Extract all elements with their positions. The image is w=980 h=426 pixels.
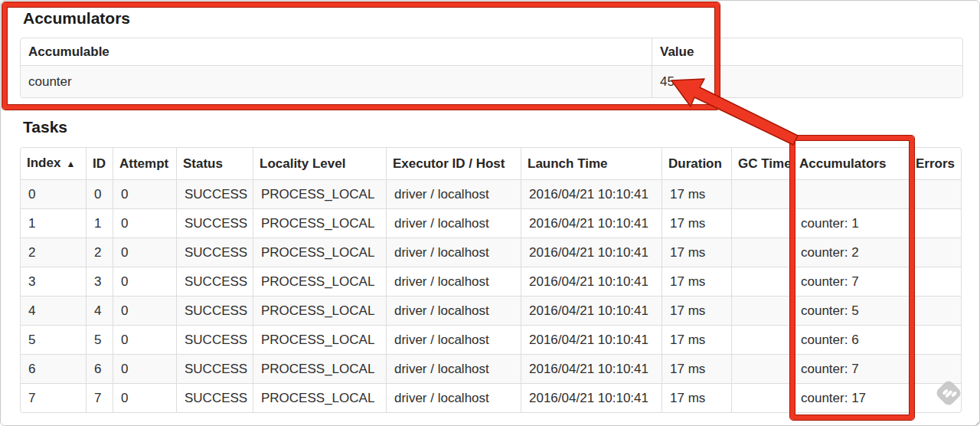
tasks-section-title: Tasks bbox=[23, 118, 67, 136]
cell-index: 6 bbox=[21, 354, 86, 383]
cell-accumulators bbox=[792, 179, 909, 208]
column-header-index[interactable]: Index▲ bbox=[21, 148, 86, 179]
cell-launch-time: 2016/04/21 10:10:41 bbox=[521, 179, 662, 208]
cell-status: SUCCESS bbox=[176, 179, 253, 208]
task-row: 4 4 0 SUCCESS PROCESS_LOCAL driver / loc… bbox=[21, 296, 961, 325]
cell-status: SUCCESS bbox=[176, 208, 253, 238]
cell-locality-level: PROCESS_LOCAL bbox=[253, 238, 386, 267]
cell-duration: 17 ms bbox=[662, 354, 731, 383]
cell-id: 7 bbox=[86, 383, 113, 412]
task-row: 2 2 0 SUCCESS PROCESS_LOCAL driver / loc… bbox=[21, 238, 961, 267]
cell-index: 1 bbox=[21, 208, 86, 238]
column-header-launch-time[interactable]: Launch Time bbox=[521, 148, 662, 179]
tasks-header-row: Index▲ ID Attempt Status Locality Level … bbox=[21, 148, 961, 179]
cell-accumulators: counter: 6 bbox=[792, 325, 909, 354]
cell-executor-id-host: driver / localhost bbox=[386, 238, 521, 267]
column-header-executor-id-host[interactable]: Executor ID / Host bbox=[386, 148, 521, 179]
cell-errors bbox=[909, 208, 961, 238]
cell-accumulators: counter: 7 bbox=[792, 354, 909, 383]
cell-index: 2 bbox=[21, 238, 86, 267]
cell-launch-time: 2016/04/21 10:10:41 bbox=[521, 238, 662, 267]
value-column-header: Value bbox=[652, 38, 962, 65]
column-header-errors[interactable]: Errors bbox=[909, 148, 961, 179]
accumulators-section-title: Accumulators bbox=[23, 9, 130, 28]
column-header-accumulators[interactable]: Accumulators bbox=[792, 148, 909, 179]
cell-duration: 17 ms bbox=[662, 179, 731, 208]
cell-attempt: 0 bbox=[113, 354, 176, 383]
cell-id: 2 bbox=[86, 238, 113, 267]
cell-id: 6 bbox=[86, 354, 113, 383]
column-header-gc-time[interactable]: GC Time bbox=[731, 148, 792, 179]
cell-attempt: 0 bbox=[113, 179, 176, 208]
cell-duration: 17 ms bbox=[662, 238, 731, 267]
cell-executor-id-host: driver / localhost bbox=[386, 296, 521, 325]
spark-stage-detail-page: Accumulators Accumulable Value counter 4… bbox=[0, 0, 980, 426]
sort-ascending-icon: ▲ bbox=[66, 159, 75, 169]
cell-gc-time bbox=[731, 267, 792, 296]
cell-accumulators: counter: 5 bbox=[792, 296, 909, 325]
cell-launch-time: 2016/04/21 10:10:41 bbox=[521, 267, 662, 296]
cell-attempt: 0 bbox=[113, 238, 176, 267]
cell-errors bbox=[909, 354, 961, 383]
cell-attempt: 0 bbox=[113, 383, 176, 412]
cell-accumulable-value: 45 bbox=[652, 65, 962, 97]
cell-index: 7 bbox=[21, 383, 86, 412]
cell-accumulators: counter: 1 bbox=[792, 208, 909, 238]
task-row: 5 5 0 SUCCESS PROCESS_LOCAL driver / loc… bbox=[21, 325, 961, 354]
cell-status: SUCCESS bbox=[176, 296, 253, 325]
cell-executor-id-host: driver / localhost bbox=[386, 325, 521, 354]
cell-launch-time: 2016/04/21 10:10:41 bbox=[521, 354, 662, 383]
cell-gc-time bbox=[731, 238, 792, 267]
cell-index: 5 bbox=[21, 325, 86, 354]
cell-gc-time bbox=[731, 296, 792, 325]
cell-locality-level: PROCESS_LOCAL bbox=[253, 325, 386, 354]
column-header-duration[interactable]: Duration bbox=[662, 148, 731, 179]
cell-launch-time: 2016/04/21 10:10:41 bbox=[521, 208, 662, 238]
cell-duration: 17 ms bbox=[662, 267, 731, 296]
column-header-status[interactable]: Status bbox=[176, 148, 253, 179]
cell-gc-time bbox=[731, 208, 792, 238]
cell-id: 3 bbox=[86, 267, 113, 296]
cell-accumulators: counter: 17 bbox=[792, 383, 909, 412]
cell-duration: 17 ms bbox=[662, 383, 731, 412]
cell-locality-level: PROCESS_LOCAL bbox=[253, 267, 386, 296]
cell-index: 0 bbox=[21, 179, 86, 208]
column-header-index-label: Index bbox=[27, 156, 60, 170]
cell-errors bbox=[909, 267, 961, 296]
cell-index: 4 bbox=[21, 296, 86, 325]
column-header-locality-level[interactable]: Locality Level bbox=[253, 148, 386, 179]
column-header-id[interactable]: ID bbox=[86, 148, 113, 179]
cell-gc-time bbox=[731, 383, 792, 412]
cell-status: SUCCESS bbox=[176, 383, 253, 412]
task-row: 7 7 0 SUCCESS PROCESS_LOCAL driver / loc… bbox=[21, 383, 961, 412]
cell-accumulators: counter: 7 bbox=[792, 267, 909, 296]
cell-launch-time: 2016/04/21 10:10:41 bbox=[521, 296, 662, 325]
cell-status: SUCCESS bbox=[176, 267, 253, 296]
accumulators-header-row: Accumulable Value bbox=[21, 38, 962, 65]
cell-status: SUCCESS bbox=[176, 325, 253, 354]
cell-launch-time: 2016/04/21 10:10:41 bbox=[521, 325, 662, 354]
corner-mark bbox=[975, 419, 980, 426]
accumulators-table: Accumulable Value counter 45 bbox=[20, 38, 963, 98]
cell-duration: 17 ms bbox=[662, 296, 731, 325]
cell-duration: 17 ms bbox=[662, 208, 731, 238]
accumulator-row: counter 45 bbox=[21, 65, 962, 97]
column-header-attempt[interactable]: Attempt bbox=[113, 148, 176, 179]
cell-gc-time bbox=[731, 179, 792, 208]
cell-accumulable-name: counter bbox=[21, 65, 652, 97]
task-row: 3 3 0 SUCCESS PROCESS_LOCAL driver / loc… bbox=[21, 267, 961, 296]
cell-locality-level: PROCESS_LOCAL bbox=[253, 354, 386, 383]
cell-duration: 17 ms bbox=[662, 325, 731, 354]
cell-attempt: 0 bbox=[113, 296, 176, 325]
cell-attempt: 0 bbox=[113, 208, 176, 238]
cell-status: SUCCESS bbox=[176, 238, 253, 267]
cell-id: 4 bbox=[86, 296, 113, 325]
task-row: 0 0 0 SUCCESS PROCESS_LOCAL driver / loc… bbox=[21, 179, 961, 208]
task-row: 6 6 0 SUCCESS PROCESS_LOCAL driver / loc… bbox=[21, 354, 961, 383]
cell-status: SUCCESS bbox=[176, 354, 253, 383]
accumulable-column-header: Accumulable bbox=[21, 38, 652, 65]
cell-executor-id-host: driver / localhost bbox=[386, 179, 521, 208]
cell-id: 1 bbox=[86, 208, 113, 238]
cell-attempt: 0 bbox=[113, 325, 176, 354]
cell-locality-level: PROCESS_LOCAL bbox=[253, 383, 386, 412]
